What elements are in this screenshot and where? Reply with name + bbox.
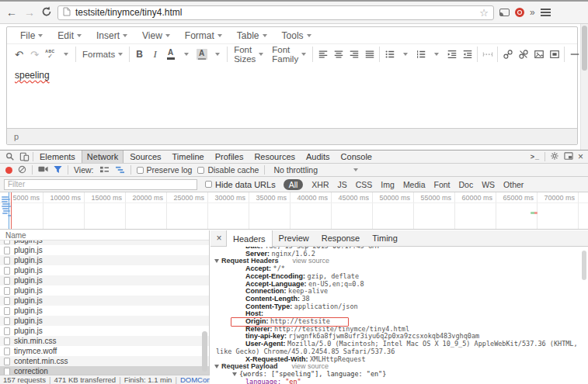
tab-audits[interactable]: Audits xyxy=(301,150,335,163)
clear-button[interactable] xyxy=(18,165,26,175)
settings-gear-icon[interactable] xyxy=(550,151,559,162)
menu-view[interactable]: View xyxy=(135,27,178,43)
tab-resources[interactable]: Resources xyxy=(249,150,300,163)
font-sizes-dropdown[interactable]: Font Sizes xyxy=(230,45,267,64)
request-row[interactable]: plugin.js xyxy=(0,285,209,296)
bookmark-star-icon[interactable]: ☆ xyxy=(479,8,489,18)
request-row[interactable]: plugin.js xyxy=(0,296,209,306)
disable-cache-checkbox[interactable]: Disable cache xyxy=(197,165,259,175)
menu-format[interactable]: Format xyxy=(178,27,230,43)
align-center-button[interactable] xyxy=(331,47,346,62)
name-column-header[interactable]: Name xyxy=(0,230,209,240)
hide-data-urls-checkbox[interactable]: Hide data URLs xyxy=(205,180,276,189)
align-left-button[interactable] xyxy=(315,47,330,62)
filter-type-other[interactable]: Other xyxy=(503,180,524,189)
filter-type-font[interactable]: Font xyxy=(433,180,450,189)
view-list-button[interactable] xyxy=(99,165,110,175)
url-bar[interactable]: testsite/tinymce/tiny4.html ☆ xyxy=(57,5,494,20)
insert-image-button[interactable] xyxy=(531,47,546,62)
outdent-button[interactable] xyxy=(444,47,459,62)
text-color-button[interactable]: A xyxy=(163,47,178,62)
editor-content-area[interactable]: speeling xyxy=(7,64,577,128)
filter-toggle-button[interactable] xyxy=(54,165,62,175)
tab-sources[interactable]: Sources xyxy=(125,150,165,163)
filter-type-js[interactable]: JS xyxy=(338,180,347,189)
menu-table[interactable]: Table xyxy=(230,27,275,43)
request-row[interactable]: plugin.js xyxy=(0,245,209,255)
tab-console[interactable]: Console xyxy=(336,150,377,163)
inspect-element-button[interactable] xyxy=(3,151,16,163)
page-scrollbar-thumb[interactable] xyxy=(582,26,587,71)
reload-button[interactable] xyxy=(41,6,52,19)
filter-type-img[interactable]: Img xyxy=(381,180,395,189)
preserve-log-checkbox[interactable]: Preserve log xyxy=(137,165,193,175)
red-extension-icon[interactable] xyxy=(515,8,524,17)
numbered-list-button[interactable] xyxy=(413,47,428,62)
filter-type-xhr[interactable]: XHR xyxy=(311,180,329,189)
align-right-button[interactable] xyxy=(346,47,361,62)
request-row[interactable]: content.min.css xyxy=(0,356,209,366)
numbered-list-dropdown[interactable] xyxy=(429,47,444,62)
tab-timing[interactable]: Timing xyxy=(366,230,404,246)
view-source-link[interactable]: view source xyxy=(293,257,330,265)
tab-network[interactable]: Network xyxy=(82,150,124,163)
request-row[interactable]: plugin.js xyxy=(0,316,209,326)
justify-button[interactable] xyxy=(362,47,377,62)
forward-button[interactable]: → xyxy=(23,7,36,18)
filter-type-css[interactable]: CSS xyxy=(356,180,373,189)
undo-button[interactable]: ↶ xyxy=(12,47,26,62)
menu-tools[interactable]: Tools xyxy=(275,27,319,43)
filter-type-ws[interactable]: WS xyxy=(482,180,495,189)
request-row[interactable]: tinymce.woff xyxy=(0,346,209,356)
indent-button[interactable] xyxy=(460,47,475,62)
tab-profiles[interactable]: Profiles xyxy=(210,150,249,163)
request-row[interactable]: plugin.js xyxy=(0,275,209,285)
bullet-list-dropdown[interactable] xyxy=(398,47,412,62)
filter-type-all[interactable]: All xyxy=(284,179,304,190)
bold-button[interactable]: B xyxy=(132,47,147,62)
menu-insert[interactable]: Insert xyxy=(89,27,135,43)
insert-link-button[interactable] xyxy=(500,47,515,62)
network-overview-timeline[interactable]: 5000 ms 10000 ms 15000 ms 20000 ms 25000… xyxy=(0,192,588,230)
throttling-dropdown[interactable]: No throttling xyxy=(270,165,358,175)
checkbox-icon[interactable] xyxy=(137,167,144,174)
request-row[interactable]: plugin.js xyxy=(0,326,209,336)
background-color-dropdown[interactable] xyxy=(210,47,224,62)
request-row[interactable]: plugin.js xyxy=(0,255,209,265)
text-color-dropdown[interactable] xyxy=(179,47,193,62)
page-scrollbar[interactable] xyxy=(580,24,588,150)
request-row[interactable]: plugin.js xyxy=(0,306,209,316)
font-family-dropdown[interactable]: Font Family xyxy=(268,45,310,64)
filter-type-doc[interactable]: Doc xyxy=(459,180,474,189)
menu-icon[interactable] xyxy=(541,9,551,16)
bullet-list-button[interactable] xyxy=(382,47,397,62)
formats-dropdown[interactable]: Formats xyxy=(78,50,127,59)
cast-extension-icon[interactable] xyxy=(499,9,510,16)
details-scrollbar-thumb[interactable] xyxy=(582,251,586,280)
tab-preview[interactable]: Preview xyxy=(273,230,315,246)
insert-media-button[interactable] xyxy=(547,47,562,62)
device-mode-button[interactable] xyxy=(18,151,31,163)
console-drawer-button[interactable]: >_ xyxy=(531,153,540,161)
tab-response[interactable]: Response xyxy=(315,230,367,246)
remove-link-button[interactable] xyxy=(516,47,531,62)
tab-headers[interactable]: Headers xyxy=(226,230,273,247)
close-details-button[interactable]: × xyxy=(212,230,226,246)
tab-timeline[interactable]: Timeline xyxy=(168,150,209,163)
misspelled-word[interactable]: speeling xyxy=(15,70,50,81)
view-source-link[interactable]: view source xyxy=(292,362,329,370)
spellcheck-dropdown[interactable] xyxy=(58,47,73,62)
dock-side-button[interactable] xyxy=(564,152,573,162)
view-waterfall-button[interactable] xyxy=(115,165,125,175)
tab-elements[interactable]: Elements xyxy=(35,150,80,163)
filmstrip-button[interactable] xyxy=(38,165,48,175)
more-extensions-icon[interactable]: » xyxy=(530,7,535,18)
checkbox-icon[interactable] xyxy=(205,181,212,188)
element-path[interactable]: p xyxy=(14,132,19,141)
back-button[interactable]: ← xyxy=(5,7,18,18)
redo-button[interactable]: ↷ xyxy=(27,47,42,62)
spellcheck-button[interactable]: ABC✓ xyxy=(43,47,57,62)
close-devtools-button[interactable]: × xyxy=(578,152,583,161)
background-color-button[interactable]: A xyxy=(194,47,209,62)
menu-edit[interactable]: Edit xyxy=(50,27,89,43)
